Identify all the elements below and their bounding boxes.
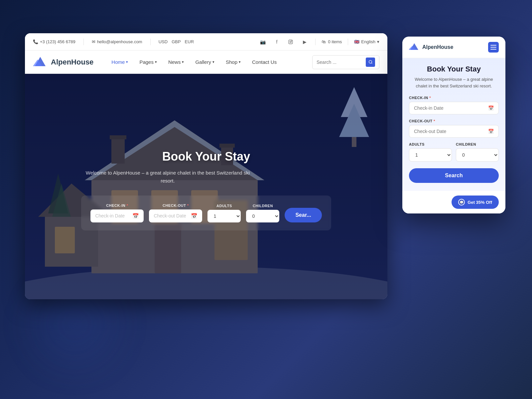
top-bar-right: 📷 f ▶ 🛍 0 items 🇬🇧 English ▾ xyxy=(258,37,379,47)
hero-section: Book Your Stay Welcome to AlpenHouse – a… xyxy=(25,74,387,299)
checkout-input-wrapper[interactable]: Check-out Date 📅 xyxy=(149,209,202,222)
nav-home-label: Home xyxy=(111,59,125,65)
search-button[interactable] xyxy=(366,58,375,67)
hero-search-button[interactable]: Sear... xyxy=(285,208,322,222)
hero-search-label: Sear... xyxy=(295,212,311,218)
nav-contact-label: Contact Us xyxy=(252,59,277,65)
mobile-adults-group: ADULTS 1 2 3 4 xyxy=(409,142,452,162)
nav-bar: AlpenHouse Home ▾ Pages ▾ News ▾ Gallery… xyxy=(25,51,387,74)
email-item[interactable]: ✉ hello@alpenhouse.com xyxy=(92,39,142,44)
svg-rect-29 xyxy=(352,137,356,147)
hamburger-line-3 xyxy=(490,49,496,50)
mobile-book-subtitle: Welcome to AlpenHouse – a great alpine c… xyxy=(409,76,499,89)
mobile-calendar-icon-1: 📅 xyxy=(488,105,494,111)
mobile-children-label: CHILDREN xyxy=(456,142,499,146)
mobile-checkin-label: CHECK-IN * xyxy=(409,96,499,100)
checkout-group: CHECK-OUT * Check-out Date 📅 xyxy=(149,203,202,222)
svg-point-1 xyxy=(290,41,292,43)
mobile-calendar-icon-2: 📅 xyxy=(488,129,494,134)
search-input[interactable] xyxy=(317,60,363,65)
mobile-logo[interactable]: AlpenHouse xyxy=(409,42,453,53)
hamburger-line-2 xyxy=(490,47,496,48)
language-button[interactable]: 🇬🇧 English ▾ xyxy=(354,39,379,44)
mobile-checkout-field[interactable] xyxy=(414,129,486,134)
cart-icon: 🛍 xyxy=(322,39,326,44)
phone-number: +3 (123) 456 6789 xyxy=(40,39,75,44)
hamburger-button[interactable] xyxy=(488,42,499,53)
divider-2 xyxy=(150,39,151,45)
hero-content: Book Your Stay Welcome to AlpenHouse – a… xyxy=(81,143,331,230)
cart-label: 0 items xyxy=(328,39,342,44)
svg-line-6 xyxy=(371,63,372,64)
discount-button[interactable]: 💬 Get 35% Off xyxy=(452,196,499,209)
mobile-checkout-group: CHECK-OUT * 📅 xyxy=(409,119,499,138)
mobile-checkin-input[interactable]: 📅 xyxy=(409,102,499,114)
mobile-logo-text: AlpenHouse xyxy=(422,44,453,50)
hero-subtitle: Welcome to AlpenHouse – a great alpine c… xyxy=(81,169,254,185)
nav-item-home[interactable]: Home ▾ xyxy=(107,57,133,67)
mobile-checkout-input[interactable]: 📅 xyxy=(409,125,499,138)
nav-item-contact[interactable]: Contact Us xyxy=(247,57,281,67)
currency-group: USD GBP EUR xyxy=(159,39,194,44)
nav-menu: Home ▾ Pages ▾ News ▾ Gallery ▾ Shop ▾ C… xyxy=(107,57,312,67)
mobile-card-header: AlpenHouse xyxy=(402,37,505,58)
divider-3 xyxy=(315,39,316,45)
mobile-card: AlpenHouse Book Your Stay Welcome to Alp… xyxy=(402,37,505,213)
cart-button[interactable]: 🛍 0 items xyxy=(322,39,342,44)
youtube-icon[interactable]: ▶ xyxy=(300,37,309,47)
facebook-icon[interactable]: f xyxy=(272,37,281,47)
children-select[interactable]: 0 1 2 3 xyxy=(246,210,279,222)
tree-decoration xyxy=(337,84,371,150)
svg-point-5 xyxy=(369,61,372,64)
mobile-children-group: CHILDREN 0 1 2 3 xyxy=(456,142,499,162)
mobile-search-button[interactable]: Search xyxy=(409,168,499,183)
nav-news-label: News xyxy=(168,59,181,65)
mobile-checkout-label: CHECK-OUT * xyxy=(409,119,499,123)
browser-window: 📞 +3 (123) 456 6789 ✉ hello@alpenhouse.c… xyxy=(25,33,387,299)
chat-icon: 💬 xyxy=(458,199,465,205)
mobile-search-label: Search xyxy=(445,173,463,178)
news-chevron-icon: ▾ xyxy=(182,60,184,64)
top-bar: 📞 +3 (123) 456 6789 ✉ hello@alpenhouse.c… xyxy=(25,33,387,51)
checkout-placeholder: Check-out Date xyxy=(154,213,186,218)
instagram-icon[interactable] xyxy=(286,37,295,47)
mobile-adults-select[interactable]: 1 2 3 4 xyxy=(409,148,452,162)
checkin-group: CHECK-IN * Check-in Date 📅 xyxy=(90,203,144,222)
currency-eur[interactable]: EUR xyxy=(185,39,194,44)
svg-marker-28 xyxy=(339,104,369,137)
camera-icon[interactable]: 📷 xyxy=(258,37,267,47)
booking-form: CHECK-IN * Check-in Date 📅 CHECK-OUT * C… xyxy=(81,196,331,230)
hamburger-line-1 xyxy=(490,45,496,46)
phone-item[interactable]: 📞 +3 (123) 456 6789 xyxy=(33,39,75,44)
mobile-card-footer: 💬 Get 35% Off xyxy=(402,191,505,213)
nav-item-pages[interactable]: Pages ▾ xyxy=(135,57,162,67)
nav-item-news[interactable]: News ▾ xyxy=(164,57,189,67)
checkin-placeholder: Check-in Date xyxy=(95,213,125,218)
mobile-children-select[interactable]: 0 1 2 3 xyxy=(456,148,499,162)
calendar-icon: 📅 xyxy=(132,213,139,219)
currency-usd[interactable]: USD xyxy=(159,39,168,44)
mobile-adults-label: ADULTS xyxy=(409,142,452,146)
flag-icon: 🇬🇧 xyxy=(354,39,359,44)
logo-icon xyxy=(33,55,48,69)
mobile-guests-row: ADULTS 1 2 3 4 CHILDREN 0 1 2 3 xyxy=(409,142,499,166)
adults-select[interactable]: 1 2 3 4 xyxy=(207,210,241,222)
checkin-label: CHECK-IN * xyxy=(90,203,144,207)
nav-pages-label: Pages xyxy=(139,59,154,65)
search-box xyxy=(312,55,379,69)
svg-point-2 xyxy=(292,41,292,41)
nav-item-gallery[interactable]: Gallery ▾ xyxy=(191,57,219,67)
divider-1 xyxy=(83,39,84,45)
currency-gbp[interactable]: GBP xyxy=(172,39,181,44)
email-address: hello@alpenhouse.com xyxy=(97,39,142,44)
home-chevron-icon: ▾ xyxy=(126,60,128,64)
nav-gallery-label: Gallery xyxy=(195,59,211,65)
logo[interactable]: AlpenHouse xyxy=(33,55,93,69)
children-label: CHILDREN xyxy=(246,204,279,208)
adults-label: ADULTS xyxy=(207,204,241,208)
shop-chevron-icon: ▾ xyxy=(239,60,241,64)
children-group: CHILDREN 0 1 2 3 xyxy=(246,204,279,222)
mobile-checkin-field[interactable] xyxy=(414,105,486,111)
checkin-input-wrapper[interactable]: Check-in Date 📅 xyxy=(90,209,144,222)
nav-item-shop[interactable]: Shop ▾ xyxy=(221,57,245,67)
